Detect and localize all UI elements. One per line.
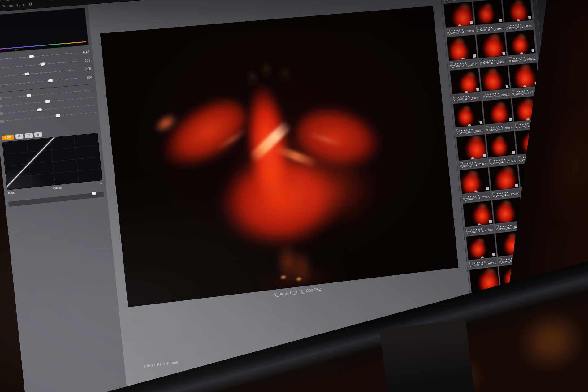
- thumbnail-cell[interactable]: V_Divas_11...1_0295.CR2: [479, 65, 511, 100]
- thumbnail-image[interactable]: [483, 98, 513, 124]
- thumbnail-flag-icon[interactable]: [460, 162, 463, 166]
- thumbnail-dancer-figure: [507, 31, 534, 54]
- thumbnail-cell[interactable]: V_Divas_11...1_0293.CR2: [505, 30, 536, 64]
- panel-tab-icon-2[interactable]: [0, 0, 1, 2]
- monitor-stand: [379, 319, 478, 392]
- thumbnail-flag-icon[interactable]: [463, 196, 466, 199]
- curve-tab-b[interactable]: B: [34, 132, 42, 137]
- slider-knob[interactable]: [48, 79, 53, 82]
- curve-editor[interactable]: [2, 133, 102, 190]
- thumbnail-badge-icon: [515, 184, 518, 187]
- thumbnail-badge-icon: [486, 187, 489, 190]
- thumbnail-cell[interactable]: V_Divas_11...1_0297.CR2: [453, 101, 485, 136]
- thumbnail-image[interactable]: [486, 131, 516, 158]
- slider-value: 6.45: [78, 50, 89, 54]
- thumbnail-image[interactable]: [476, 32, 507, 58]
- collapsed-panel-header[interactable]: [8, 192, 104, 207]
- panel-tab-icon-3[interactable]: [3, 0, 9, 1]
- thumbnail-cell[interactable]: V_Divas_11...1_0201.CR2: [460, 167, 491, 202]
- thumbnail-flag-icon[interactable]: [456, 129, 460, 132]
- collapsed-panel-knob[interactable]: [92, 192, 96, 195]
- thumbnail-image[interactable]: [443, 2, 474, 28]
- thumbnail-image[interactable]: [456, 134, 487, 161]
- bokeh-light: [537, 82, 588, 248]
- slider-knob[interactable]: [55, 114, 60, 117]
- thumbnail-flag-icon[interactable]: [489, 159, 492, 162]
- curve-tab-rgb[interactable]: RGB: [2, 135, 14, 140]
- thumbnail-image[interactable]: [473, 0, 504, 25]
- thumbnail-dancer-figure: [489, 164, 519, 191]
- thumbnail-flag-icon[interactable]: [450, 62, 453, 66]
- rotate-tool-icon[interactable]: ⟲: [16, 2, 20, 7]
- thumbnail-flag-icon[interactable]: [453, 96, 456, 99]
- curve-tab-r[interactable]: R: [15, 134, 24, 139]
- slider-knob[interactable]: [40, 62, 45, 66]
- thumbnail-filename: V_Divas_11...1_0290.CR2: [506, 24, 533, 30]
- thumbnail-cell[interactable]: V_Divas_11...1_0288.CR2: [443, 2, 475, 36]
- thumbnail-cell[interactable]: V_Divas_11...1_0290.CR2: [502, 0, 533, 31]
- thumbnail-flag-icon[interactable]: [515, 123, 518, 126]
- thumbnail-image[interactable]: [460, 167, 490, 194]
- thumbnail-flag-icon[interactable]: [479, 60, 482, 63]
- thumbnail-flag-icon[interactable]: [509, 57, 512, 60]
- thumbnail-cell[interactable]: V_Divas_11...1_0294.CR2: [450, 68, 482, 102]
- thumbnail-cell[interactable]: V_Divas_11...1_0213.CR2: [466, 233, 497, 268]
- thumbnail-flag-icon[interactable]: [495, 225, 499, 229]
- thumbnail-flag-icon[interactable]: [486, 126, 489, 129]
- dress-torso: [235, 70, 303, 246]
- thumbnail-flag-icon[interactable]: [469, 262, 473, 265]
- pen-tool-icon[interactable]: ✎: [2, 4, 6, 9]
- thumbnail-flag-icon[interactable]: [499, 258, 502, 261]
- thumbnail-cell[interactable]: V_Divas_11...1_0204.CR2: [489, 164, 520, 199]
- thumbnail-cell[interactable]: V_Divas_11...1_0181.CR2: [456, 134, 488, 169]
- thumbnail-dancer-figure: [476, 32, 507, 58]
- thumbnail-image[interactable]: [509, 62, 539, 89]
- thumbnail-image[interactable]: [489, 164, 519, 191]
- thumbnail-dancer-figure: [479, 65, 510, 92]
- white-balance-picker-icon[interactable]: ◐: [23, 2, 26, 7]
- thumbnail-image[interactable]: [502, 0, 533, 23]
- thumbnail-cell[interactable]: V_Divas_11...1_0206.CR2: [463, 200, 494, 235]
- thumbnail-flag-icon[interactable]: [506, 24, 509, 27]
- dancer-legs: [267, 242, 319, 290]
- settings-gear-icon[interactable]: ⚙: [28, 2, 32, 6]
- thumbnail-cell[interactable]: V_Divas_11...1_0289.CR2: [473, 0, 504, 33]
- thumbnail-dancer-figure: [443, 2, 474, 28]
- thumbnail-label: V_Divas_11...1_0288.CR2: [446, 26, 475, 36]
- thumbnail-image[interactable]: [479, 65, 510, 92]
- slider-knob[interactable]: [37, 108, 42, 111]
- thumbnail-image[interactable]: [453, 101, 484, 128]
- thumbnail-cell[interactable]: V_Divas_11...1_0292.CR2: [476, 32, 508, 66]
- thumbnail-cell[interactable]: V_Divas_11...1_0291.CR2: [447, 35, 478, 69]
- curve-pencil-icon[interactable]: ✎: [100, 182, 102, 185]
- thumbnail-flag-icon[interactable]: [512, 90, 515, 93]
- thumbnail-image[interactable]: [466, 233, 497, 260]
- photographed-monitor-scene: ✚◯✎▭⟲◐⚙ ✛ Iso 6.452000.00200 RGBRGB Inpu…: [0, 0, 588, 392]
- thumbnail-flag-icon[interactable]: [518, 156, 521, 159]
- thumbnail-cell[interactable]: V_Divas_11...1_0298.CR2: [483, 98, 514, 132]
- slider-knob[interactable]: [24, 72, 29, 76]
- grid-view-button[interactable]: [51, 0, 58, 1]
- thumbnail-image[interactable]: [450, 68, 481, 94]
- thumbnail-image[interactable]: [447, 35, 477, 61]
- thumbnail-flag-icon[interactable]: [466, 229, 469, 232]
- thumbnail-filename: V_Divas_11...1_0285.CR2: [444, 0, 471, 2]
- crop-tool-icon[interactable]: ▭: [9, 3, 13, 8]
- slider-value: 0.00: [80, 67, 91, 71]
- thumbnail-cell[interactable]: V_Divas_11...1_0183.CR2: [486, 131, 517, 166]
- slider-knob[interactable]: [45, 100, 50, 103]
- thumbnail-flag-icon[interactable]: [447, 29, 450, 32]
- photo-canvas[interactable]: [100, 6, 458, 307]
- curve-tab-g[interactable]: G: [25, 133, 33, 138]
- panel-tab-icon-4[interactable]: [12, 0, 17, 0]
- slider-knob[interactable]: [26, 94, 31, 97]
- histogram-spectrum-line: [0, 41, 86, 50]
- dancer-arm-left: [216, 127, 249, 152]
- dress-motion-echo: [201, 84, 384, 272]
- thumbnail-image[interactable]: [505, 30, 536, 56]
- thumbnail-flag-icon[interactable]: [483, 93, 486, 96]
- thumbnail-flag-icon[interactable]: [476, 27, 479, 30]
- thumbnail-image[interactable]: [463, 200, 494, 227]
- slider-knob[interactable]: [29, 55, 34, 58]
- thumbnail-flag-icon[interactable]: [492, 192, 495, 196]
